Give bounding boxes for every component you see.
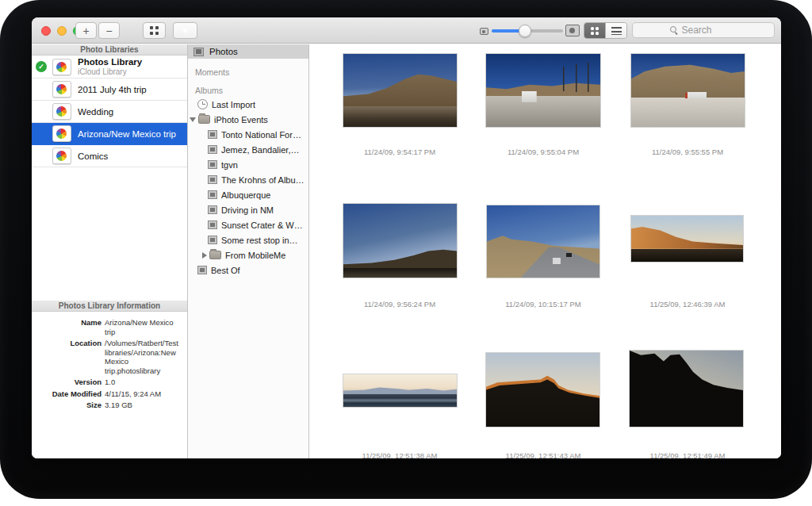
folder-from-mobileme[interactable]: From MobileMe bbox=[188, 247, 308, 263]
photo-timestamp: 11/24/09, 9:54:17 PM bbox=[328, 148, 471, 156]
slider-knob[interactable] bbox=[519, 25, 531, 37]
thumbnail-size-slider[interactable] bbox=[492, 29, 563, 33]
album-driving-in-nm[interactable]: Driving in NM bbox=[188, 202, 308, 217]
photos-color-wheel-icon bbox=[179, 25, 191, 36]
info-row-version: Version 1.0 bbox=[32, 378, 182, 387]
info-label: Size bbox=[32, 401, 102, 410]
photo-timestamp: 11/25/09, 12:51:43 AM bbox=[472, 451, 615, 458]
album-icon bbox=[208, 160, 217, 169]
sidebar-header: Photo Libraries bbox=[32, 44, 187, 56]
album-tonto-national[interactable]: Tonto National For… bbox=[188, 127, 308, 142]
checkmark-icon: ✓ bbox=[36, 61, 47, 72]
album-albuquerque[interactable]: Albuquerque bbox=[188, 187, 308, 202]
photo-thumbnail[interactable] bbox=[485, 53, 601, 128]
info-value: 1.0 bbox=[105, 378, 182, 387]
info-label: Name bbox=[32, 318, 102, 336]
album-tgvn[interactable]: tgvn bbox=[188, 157, 308, 172]
search-input[interactable] bbox=[682, 25, 737, 36]
info-label: Location bbox=[32, 339, 102, 375]
photo-timestamp: 11/24/09, 9:55:55 PM bbox=[616, 148, 759, 156]
info-row-location: Location /Volumes/Ratbert/Test libraries… bbox=[32, 339, 182, 375]
photo-grid: 11/24/09, 9:54:17 PM 11/24/09, 9:55:04 P… bbox=[309, 44, 781, 458]
photo-thumbnail[interactable] bbox=[629, 350, 744, 427]
album-sunset-crater[interactable]: Sunset Crater & W… bbox=[188, 217, 308, 232]
library-name: 2011 July 4th trip bbox=[78, 85, 147, 94]
album-label: Jemez, Bandalier,… bbox=[221, 145, 299, 155]
photo-thumbnail[interactable] bbox=[343, 203, 458, 278]
library-icon bbox=[52, 125, 71, 142]
album-label: Albuquerque bbox=[221, 190, 270, 200]
album-best-of[interactable]: Best Of bbox=[188, 263, 308, 278]
library-row-2011-july[interactable]: 2011 July 4th trip bbox=[32, 79, 187, 101]
titlebar: + − bbox=[32, 17, 781, 44]
info-label: Version bbox=[32, 378, 102, 387]
section-moments[interactable]: Moments bbox=[195, 67, 229, 77]
merge-grid-icon bbox=[150, 26, 159, 35]
library-info-panel: Photos Library Information Name Arizona/… bbox=[32, 301, 187, 412]
library-row-wedding[interactable]: Wedding bbox=[32, 101, 187, 123]
photo-thumbnail[interactable] bbox=[486, 205, 600, 278]
photo-thumbnail[interactable] bbox=[343, 374, 458, 408]
info-row-size: Size 3.19 GB bbox=[32, 401, 182, 410]
add-library-button[interactable]: + bbox=[75, 22, 97, 39]
album-label: iPhoto Events bbox=[214, 115, 268, 125]
remove-library-button[interactable]: − bbox=[98, 22, 120, 39]
minimize-button[interactable] bbox=[57, 26, 67, 36]
app-window: + − bbox=[32, 17, 781, 458]
folder-iphoto-events[interactable]: iPhoto Events bbox=[188, 112, 308, 127]
grid-view-button[interactable] bbox=[584, 23, 605, 38]
photo-thumbnail[interactable] bbox=[630, 215, 744, 263]
album-label: From MobileMe bbox=[225, 251, 285, 260]
album-icon bbox=[208, 175, 217, 184]
info-value: /Volumes/Ratbert/Test libraries/Arizona:… bbox=[105, 339, 182, 375]
library-row-photos-library[interactable]: ✓ Photos Library iCloud Library bbox=[32, 56, 187, 79]
album-label: Sunset Crater & W… bbox=[221, 220, 303, 230]
photos-icon bbox=[193, 48, 204, 56]
album-icon bbox=[208, 190, 217, 199]
album-last-import[interactable]: Last Import bbox=[188, 97, 308, 112]
album-icon bbox=[208, 220, 217, 229]
album-icon bbox=[208, 205, 217, 214]
photo-thumbnail[interactable] bbox=[485, 352, 600, 427]
album-krohns[interactable]: The Krohns of Albu… bbox=[188, 172, 308, 187]
info-value: Arizona/New Mexico trip bbox=[105, 318, 182, 336]
screenshot-stage: + − bbox=[0, 0, 812, 506]
merge-libraries-button[interactable] bbox=[143, 22, 166, 39]
info-label: Date Modified bbox=[32, 389, 102, 399]
photo-timestamp: 11/25/09, 12:51:49 AM bbox=[616, 451, 759, 458]
section-albums: Albums bbox=[195, 86, 223, 95]
disclosure-triangle-expanded-icon[interactable] bbox=[190, 117, 196, 122]
albums-panel: Photos Moments Albums Last Import iPhoto… bbox=[188, 44, 309, 458]
search-field[interactable] bbox=[632, 22, 775, 38]
album-jemez-bandalier[interactable]: Jemez, Bandalier,… bbox=[188, 142, 308, 157]
library-name: Wedding bbox=[78, 107, 113, 117]
thumbnail-size-large-icon bbox=[565, 25, 580, 36]
photo-timestamp: 11/24/09, 10:15:17 PM bbox=[472, 300, 615, 309]
content-area: Photo Libraries ✓ Photos Library iCloud … bbox=[32, 44, 781, 458]
list-view-icon bbox=[611, 27, 622, 35]
info-row-date-modified: Date Modified 4/11/15, 9:24 AM bbox=[32, 389, 182, 399]
photo-timestamp: 11/25/09, 12:46:39 AM bbox=[616, 300, 759, 309]
close-button[interactable] bbox=[41, 26, 51, 36]
disclosure-triangle-collapsed-icon[interactable] bbox=[202, 252, 207, 259]
list-view-button[interactable] bbox=[605, 23, 626, 38]
view-mode-segmented-control bbox=[584, 22, 627, 39]
photos-source-selected[interactable]: Photos bbox=[188, 44, 308, 59]
photo-thumbnail[interactable] bbox=[343, 53, 458, 128]
photo-timestamp: 11/24/09, 9:55:04 PM bbox=[472, 148, 615, 156]
open-in-photos-button[interactable] bbox=[173, 22, 197, 39]
photo-thumbnail[interactable] bbox=[630, 53, 745, 128]
library-row-arizona-selected[interactable]: Arizona/New Mexico trip bbox=[32, 123, 187, 145]
album-some-rest-stop[interactable]: Some rest stop in… bbox=[188, 232, 308, 247]
library-row-comics[interactable]: Comics bbox=[32, 145, 187, 167]
album-icon bbox=[197, 266, 207, 274]
library-name: Arizona/New Mexico trip bbox=[78, 129, 176, 139]
album-label: Tonto National For… bbox=[221, 130, 301, 140]
search-icon bbox=[670, 26, 679, 35]
info-row-name: Name Arizona/New Mexico trip bbox=[32, 318, 182, 336]
library-icon bbox=[52, 148, 71, 164]
photo-timestamp: 11/24/09, 9:56:24 PM bbox=[328, 300, 471, 309]
album-label: Some rest stop in… bbox=[221, 236, 298, 245]
album-label: tgvn bbox=[221, 160, 238, 170]
album-icon bbox=[208, 145, 217, 154]
